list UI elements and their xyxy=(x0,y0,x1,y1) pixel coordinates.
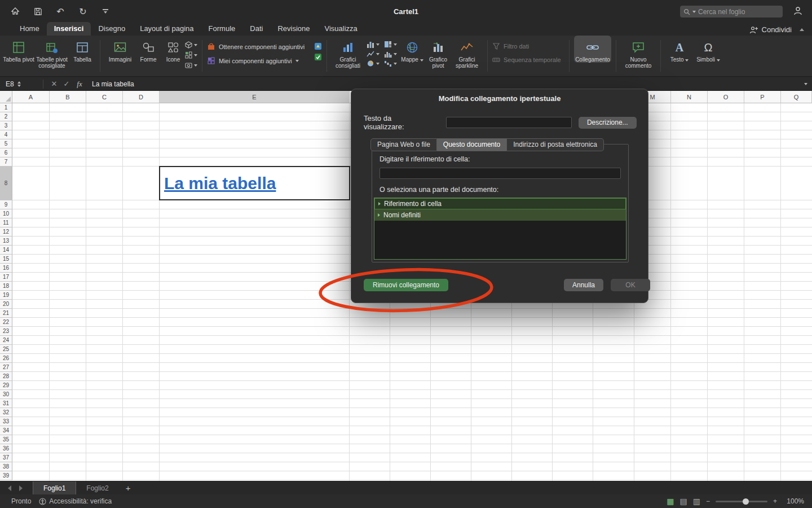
row-header-4[interactable]: 4 xyxy=(0,130,12,139)
timeline-button[interactable]: Sequenza temporale xyxy=(492,56,564,64)
row-header-23[interactable]: 23 xyxy=(0,327,12,336)
tab-revisione[interactable]: Revisione xyxy=(270,22,317,36)
page-break-view-icon[interactable]: ▥ xyxy=(693,497,700,506)
list-item-defined-names[interactable]: Nomi definiti xyxy=(374,209,626,221)
row-header-17[interactable]: 17 xyxy=(0,273,12,282)
column-header-O[interactable]: O xyxy=(708,91,744,103)
redo-icon[interactable]: ↻ xyxy=(78,6,88,16)
column-header-B[interactable]: B xyxy=(50,91,86,103)
home-icon[interactable] xyxy=(10,6,20,16)
tab-home[interactable]: Home xyxy=(12,22,47,36)
my-addins-button[interactable]: Miei componenti aggiuntivi xyxy=(207,56,314,65)
maps-button[interactable]: Mappe xyxy=(399,36,425,63)
sheet-tab-foglio2[interactable]: Foglio2 xyxy=(76,481,118,494)
row-header-2[interactable]: 2 xyxy=(0,112,12,121)
column-header-Q[interactable]: Q xyxy=(781,91,812,103)
select-all-corner[interactable] xyxy=(0,91,12,103)
insert-function-icon[interactable]: fx xyxy=(73,80,86,89)
tab-visualizza[interactable]: Visualizza xyxy=(317,22,364,36)
pivot-chart-button[interactable]: Grafico pivot xyxy=(425,36,451,69)
zoom-slider[interactable] xyxy=(716,501,767,502)
display-text-input[interactable] xyxy=(446,117,572,128)
row-header-6[interactable]: 6 xyxy=(0,148,12,157)
row-header-39[interactable]: 39 xyxy=(0,471,12,480)
accessibility-status[interactable]: Accessibilità: verifica xyxy=(39,497,112,505)
zoom-in-icon[interactable]: + xyxy=(773,497,777,505)
account-icon[interactable] xyxy=(793,6,803,16)
confirm-entry-icon[interactable]: ✓ xyxy=(60,80,73,88)
remove-link-button[interactable]: Rimuovi collegamento xyxy=(364,279,448,291)
column-chart-icon[interactable] xyxy=(367,41,379,48)
hierarchy-chart-icon[interactable] xyxy=(384,41,397,48)
screenshot-icon[interactable] xyxy=(185,62,197,69)
row-header-32[interactable]: 32 xyxy=(0,408,12,417)
recommended-pivot-button[interactable]: Tabelle pivot consigliate xyxy=(34,36,69,69)
row-header-19[interactable]: 19 xyxy=(0,291,12,300)
row-header-28[interactable]: 28 xyxy=(0,372,12,381)
row-header-24[interactable]: 24 xyxy=(0,336,12,345)
row-header-34[interactable]: 34 xyxy=(0,426,12,435)
name-box-stepper[interactable] xyxy=(17,81,21,87)
pivot-table-button[interactable]: Tabella pivot xyxy=(3,36,34,63)
waterfall-chart-icon[interactable] xyxy=(384,60,397,67)
search-input[interactable] xyxy=(698,8,785,16)
customize-toolbar-icon[interactable] xyxy=(100,6,111,16)
tab-inserisci[interactable]: Inserisci xyxy=(47,22,91,36)
table-button[interactable]: Tabella xyxy=(69,36,95,63)
column-header-A[interactable]: A xyxy=(12,91,50,103)
row-header-11[interactable]: 11 xyxy=(0,218,12,227)
row-header-1[interactable]: 1 xyxy=(0,103,12,112)
row-header-25[interactable]: 25 xyxy=(0,345,12,354)
row-header-35[interactable]: 35 xyxy=(0,435,12,444)
get-addins-button[interactable]: Ottenere componenti aggiuntivi xyxy=(207,42,314,51)
ok-button[interactable]: OK xyxy=(611,279,650,291)
row-header-37[interactable]: 37 xyxy=(0,453,12,462)
pictures-button[interactable]: Immagini xyxy=(105,36,135,63)
column-header-P[interactable]: P xyxy=(744,91,781,103)
tab-formule[interactable]: Formule xyxy=(201,22,243,36)
column-header-C[interactable]: C xyxy=(86,91,123,103)
page-layout-view-icon[interactable]: ▤ xyxy=(680,497,687,506)
column-header-D[interactable]: D xyxy=(123,91,160,103)
save-icon[interactable] xyxy=(33,6,43,16)
tab-layout-di-pagina[interactable]: Layout di pagina xyxy=(133,22,201,36)
sparklines-button[interactable]: Grafici sparkline xyxy=(451,36,483,69)
row-header-12[interactable]: 12 xyxy=(0,227,12,237)
statistic-chart-icon[interactable] xyxy=(384,50,397,58)
row-header-15[interactable]: 15 xyxy=(0,255,12,264)
column-header-N[interactable]: N xyxy=(671,91,708,103)
smartart-icon[interactable] xyxy=(185,51,197,59)
row-header-38[interactable]: 38 xyxy=(0,462,12,471)
row-header-7[interactable]: 7 xyxy=(0,157,12,167)
normal-view-icon[interactable]: ▦ xyxy=(667,497,674,506)
expand-formula-bar-icon[interactable] xyxy=(804,83,807,85)
undo-icon[interactable]: ↶ xyxy=(55,6,65,16)
collapse-ribbon-icon[interactable] xyxy=(800,28,804,31)
row-header-14[interactable]: 14 xyxy=(0,246,12,255)
row-header-22[interactable]: 22 xyxy=(0,318,12,327)
cancel-button[interactable]: Annulla xyxy=(564,279,603,291)
row-header-27[interactable]: 27 xyxy=(0,363,12,372)
next-sheet-icon[interactable] xyxy=(19,485,23,491)
row-header-30[interactable]: 30 xyxy=(0,390,12,399)
row-header-31[interactable]: 31 xyxy=(0,399,12,408)
row-header-18[interactable]: 18 xyxy=(0,282,12,291)
tab-dati[interactable]: Dati xyxy=(242,22,270,36)
pie-chart-icon[interactable] xyxy=(367,60,379,67)
row-header-8[interactable]: 8 xyxy=(0,167,12,200)
tab-web-page-or-file[interactable]: Pagina Web o file xyxy=(370,138,437,151)
row-header-36[interactable]: 36 xyxy=(0,444,12,453)
addin-shortcut-bottom-icon[interactable] xyxy=(314,53,322,61)
zoom-percentage[interactable]: 100% xyxy=(783,497,804,505)
row-header-16[interactable]: 16 xyxy=(0,264,12,273)
shapes-button[interactable]: Forme xyxy=(135,36,161,63)
tab-disegno[interactable]: Disegno xyxy=(91,22,133,36)
new-comment-button[interactable]: Nuovo commento xyxy=(621,36,656,69)
icons-button[interactable]: Icone xyxy=(161,36,185,63)
row-header-21[interactable]: 21 xyxy=(0,309,12,318)
tab-this-document[interactable]: Questo documento xyxy=(437,138,507,151)
row-header-3[interactable]: 3 xyxy=(0,121,12,130)
selected-cell-e8[interactable]: La mia tabella xyxy=(159,166,350,200)
symbols-button[interactable]: Ω Simboli xyxy=(694,36,723,63)
row-header-26[interactable]: 26 xyxy=(0,354,12,363)
